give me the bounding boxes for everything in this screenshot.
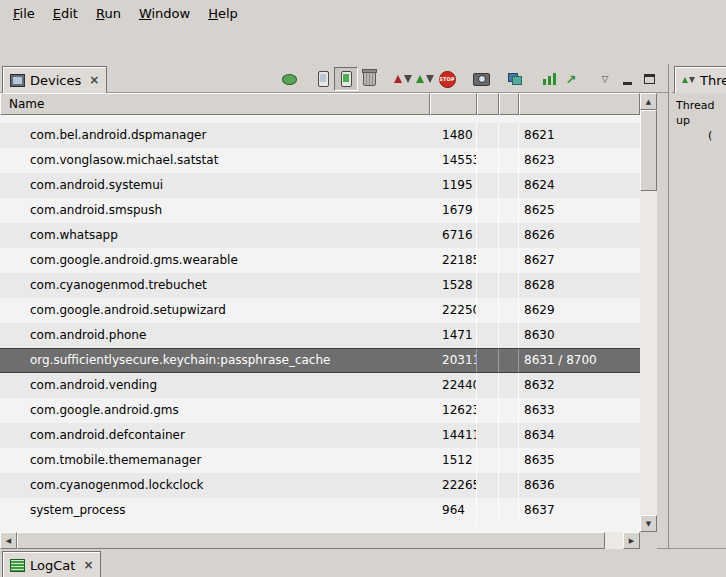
network-stats-icon[interactable]: ↗ [560,68,582,90]
col-spacer [477,423,499,448]
update-threads-icon[interactable] [392,68,414,90]
table-row[interactable]: com.android.vending224408632 [0,373,640,398]
menu-run[interactable]: Run [87,2,130,25]
start-profiling-icon[interactable] [414,68,436,90]
table-row[interactable]: system_process9648637 [0,498,640,523]
content-area: Devices × STOP↗▽ Name com.bel.android.ds… [0,64,726,548]
col-spacer [477,273,499,298]
devices-toolbar: STOP↗▽ [278,67,660,91]
process-port: 8636 [519,473,640,498]
col-spacer [499,298,519,323]
process-pid: 964 [430,498,477,523]
process-port: 8633 [519,398,640,423]
col-spacer [499,448,519,473]
tab-devices[interactable]: Devices × [2,66,107,93]
ddms-window: FileEditRunWindowHelp Devices × STOP↗▽ N… [0,0,726,577]
close-icon[interactable]: × [89,73,99,87]
table-row[interactable]: com.google.android.setupwizard222508629 [0,298,640,323]
process-name: com.vonglasow.michael.satstat [0,148,430,173]
table-row[interactable]: com.bel.android.dspmanager14808621 [0,123,640,148]
process-name: com.android.phone [0,323,430,348]
process-name: com.android.defcontainer [0,423,430,448]
table-body: com.bel.android.dspmanager14808621com.vo… [0,115,640,532]
menu-help[interactable]: Help [199,2,247,25]
process-pid: 6716 [430,223,477,248]
table-row[interactable]: com.cyanogenmod.lockclock222658636 [0,473,640,498]
col-spacer [499,248,519,273]
process-name: com.tmobile.thememanager [0,448,430,473]
col-spacer [499,223,519,248]
process-pid: 22440 [430,373,477,398]
process-port: 8635 [519,448,640,473]
scroll-right-icon[interactable]: ▶ [623,532,640,549]
table-row[interactable]: com.android.smspush16798625 [0,198,640,223]
table-row[interactable]: org.sufficientlysecure.keychain:passphra… [0,348,640,373]
col-spacer [477,123,499,148]
table-row[interactable]: com.cyanogenmod.trebuchet15288628 [0,273,640,298]
col-spacer [499,473,519,498]
col-spacer [499,273,519,298]
view-menu-icon[interactable]: ▽ [594,68,616,90]
col-spacer [499,423,519,448]
col-spacer [499,398,519,423]
table-row[interactable]: com.android.defcontainer144118634 [0,423,640,448]
table-row[interactable]: com.android.systemui11958624 [0,173,640,198]
process-name: com.android.vending [0,373,430,398]
tab-logcat[interactable]: LogCat × [2,551,101,577]
horizontal-scrollbar[interactable]: ◀ ▶ [0,532,640,549]
threads-message-line2: ( [708,128,726,143]
update-heap-icon[interactable] [312,68,334,90]
table-row[interactable]: com.android.phone14718630 [0,323,640,348]
minimize-icon[interactable] [616,68,638,90]
column-header-spacer[interactable] [499,93,519,115]
debug-process-icon[interactable] [278,68,300,90]
scroll-down-icon[interactable]: ▼ [640,515,657,532]
column-header-spacer[interactable] [477,93,499,115]
table-row[interactable]: com.tmobile.thememanager15128635 [0,448,640,473]
sysinfo-icon[interactable] [538,68,560,90]
table-row[interactable]: com.google.android.gms.wearable221858627 [0,248,640,273]
table-row[interactable]: com.whatsapp67168626 [0,223,640,248]
col-spacer [477,323,499,348]
process-name: com.google.android.setupwizard [0,298,430,323]
dump-hprof-icon[interactable] [334,67,358,91]
close-icon[interactable]: × [83,558,93,572]
column-header-port[interactable] [519,93,640,115]
table-row[interactable]: com.google.android.gms126238633 [0,398,640,423]
col-spacer [499,148,519,173]
scroll-up-icon[interactable]: ▲ [640,93,657,110]
vertical-scrollbar-thumb[interactable] [640,110,657,191]
column-header-pid[interactable] [430,93,477,115]
stop-process-icon[interactable]: STOP [436,68,458,90]
col-spacer [477,373,499,398]
devices-panel: Devices × STOP↗▽ Name com.bel.android.ds… [0,64,668,548]
process-pid: 1471 [430,323,477,348]
logcat-bar: LogCat × [0,548,726,577]
tab-threads[interactable]: Threads [674,66,726,93]
col-spacer [477,473,499,498]
process-port: 8628 [519,273,640,298]
scroll-left-icon[interactable]: ◀ [0,532,17,549]
dump-view-hierarchy-icon[interactable] [504,68,526,90]
col-spacer [477,148,499,173]
process-name: com.google.android.gms [0,398,430,423]
process-port: 8625 [519,198,640,223]
screen-capture-icon[interactable] [470,68,492,90]
table-row[interactable]: com.vonglasow.michael.satstat145538623 [0,148,640,173]
process-port: 8630 [519,323,640,348]
horizontal-scrollbar-thumb[interactable] [17,532,605,549]
table-header: Name [0,93,640,115]
maximize-icon[interactable] [638,68,660,90]
vertical-scrollbar[interactable]: ▲ ▼ [640,93,657,532]
cause-gc-icon[interactable] [358,68,380,90]
process-pid: 22265 [430,473,477,498]
menu-edit[interactable]: Edit [44,2,87,25]
process-pid: 12623 [430,398,477,423]
column-header-name[interactable]: Name [0,93,430,115]
process-name: com.android.systemui [0,173,430,198]
process-port: 8624 [519,173,640,198]
col-spacer [477,248,499,273]
menu-window[interactable]: Window [130,2,199,25]
menu-file[interactable]: File [4,2,44,25]
process-port: 8621 [519,123,640,148]
